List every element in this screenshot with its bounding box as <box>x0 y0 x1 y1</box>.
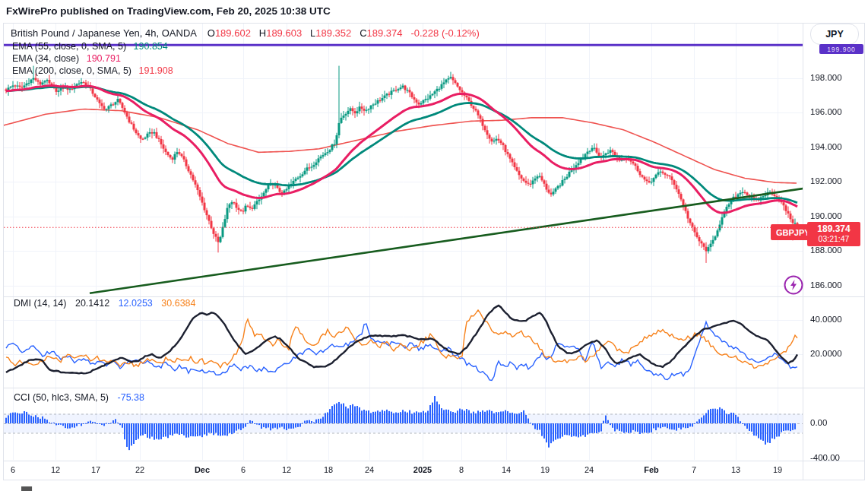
legend-cci-row[interactable]: CCI (50, hlc3, SMA, 5) -75.38 <box>14 392 144 403</box>
ohlc-high-value: 189.603 <box>266 27 302 39</box>
ema200-value: 191.908 <box>139 65 173 76</box>
time-tick-label: 6 <box>241 465 246 474</box>
time-tick-label: 18 <box>324 465 333 474</box>
time-tick-label: 24 <box>365 465 374 474</box>
time-tick-label: 8 <box>459 465 464 474</box>
ema200-label: EMA (200, close, 0, SMA, 5) <box>12 65 131 76</box>
dmi-adx-value: 20.1412 <box>75 298 109 309</box>
axis-tick-label: 194.000 <box>810 142 842 151</box>
ohlc-open-value: 189.602 <box>215 27 251 39</box>
time-tick-label: 7 <box>692 465 696 474</box>
dmi-minusdi-value: 30.6384 <box>161 298 195 309</box>
ohlc-close-value: 189.374 <box>367 27 403 39</box>
tradingview-chart-window: FxWirePro published on TradingView.com, … <box>0 0 868 491</box>
time-tick-label: Dec <box>195 465 210 474</box>
cut-off-watermark: ██ <box>21 486 47 491</box>
last-price-axis-badge: 189.374 03:21:47 <box>807 222 860 246</box>
change-value: -0.228 (-0.12%) <box>410 27 479 39</box>
time-tick-label: 19 <box>773 465 782 474</box>
ema34-label: EMA (34, close) <box>12 53 79 64</box>
ohlc-high-label: H <box>259 27 266 39</box>
time-tick-label: 12 <box>51 465 60 474</box>
axis-tick-label: 0.00 <box>810 418 827 427</box>
axis-tick-label: 40.0000 <box>810 315 842 324</box>
time-tick-label: 19 <box>540 465 550 474</box>
last-price-value: 189.374 <box>817 224 850 234</box>
time-tick-label: 12 <box>282 465 291 474</box>
bar-countdown: 03:21:47 <box>819 234 850 244</box>
ema55-label: EMA (55, close, 0, SMA, 5) <box>12 41 126 52</box>
ema55-value: 190.854 <box>134 41 168 52</box>
dmi-plusdi-value: 12.0253 <box>119 298 153 309</box>
time-tick-label: 24 <box>584 465 594 474</box>
time-tick-label: 6 <box>11 465 15 474</box>
symbol-legend-row[interactable]: British Pound / Japanese Yen, 4h, OANDA … <box>11 27 480 39</box>
dmi-label: DMI (14, 14) <box>14 298 66 309</box>
time-tick-label: Feb <box>644 465 659 474</box>
axis-tick-label: -400.00 <box>810 453 840 462</box>
time-tick-label: 13 <box>731 465 740 474</box>
purple-level-axis-badge: 199.900 <box>819 44 863 54</box>
ohlc-open-label: O <box>207 27 215 39</box>
axis-tick-label: 188.000 <box>810 246 842 255</box>
ohlc-close-label: C <box>360 27 366 39</box>
symbol-title[interactable]: British Pound / Japanese Yen, 4h, OANDA <box>11 27 196 39</box>
axis-tick-label: 20.0000 <box>810 349 842 358</box>
legend-ema200-row[interactable]: EMA (200, close, 0, SMA, 5) 191.908 <box>12 65 173 76</box>
ema34-value: 190.791 <box>87 53 121 64</box>
time-tick-label: 14 <box>502 465 511 474</box>
publish-header: FxWirePro published on TradingView.com, … <box>6 5 331 17</box>
flash-boost-icon[interactable] <box>783 274 804 296</box>
cci-label: CCI (50, hlc3, SMA, 5) <box>14 392 109 403</box>
time-tick-label: 2025 <box>413 465 432 474</box>
axis-tick-label: 198.000 <box>810 73 842 82</box>
axis-tick-label: 196.000 <box>810 107 842 116</box>
time-tick-label: 17 <box>91 465 100 474</box>
legend-ema55-row[interactable]: EMA (55, close, 0, SMA, 5) 190.854 <box>12 41 168 52</box>
legend-ema34-row[interactable]: EMA (34, close) 190.791 <box>12 53 121 64</box>
ohlc-low-value: 189.352 <box>315 27 351 39</box>
time-axis[interactable]: 6121722Dec612182420258141924Feb71319 <box>0 465 868 480</box>
axis-tick-label: 192.000 <box>810 176 842 185</box>
axis-tick-label: 190.000 <box>810 211 842 220</box>
cci-value: -75.38 <box>118 392 144 403</box>
axis-tick-label: 186.000 <box>810 280 842 290</box>
time-tick-label: 22 <box>135 465 144 474</box>
currency-axis-button[interactable]: JPY <box>810 24 859 45</box>
legend-dmi-row[interactable]: DMI (14, 14) 20.1412 12.0253 30.6384 <box>14 298 195 309</box>
